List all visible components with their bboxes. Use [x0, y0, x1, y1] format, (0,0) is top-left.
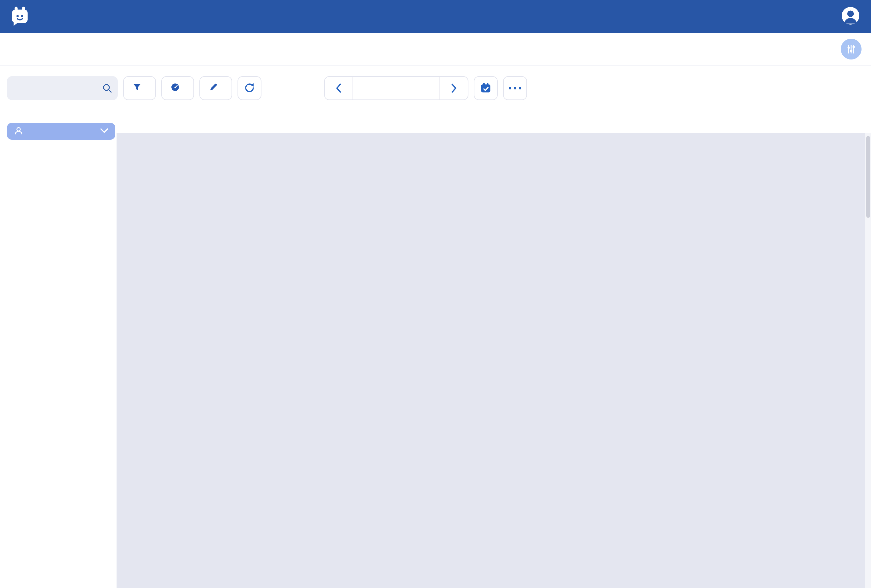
filter-funnel-icon	[133, 83, 141, 94]
staffea-logo-icon	[9, 5, 30, 27]
refresh-button[interactable]	[238, 76, 262, 100]
search-box	[7, 76, 118, 100]
calendar-check-icon	[480, 82, 491, 94]
person-icon	[14, 126, 23, 137]
gauge-icon	[171, 83, 180, 94]
data-button[interactable]	[199, 76, 232, 100]
configure-views	[832, 39, 862, 60]
user-avatar-icon[interactable]	[841, 7, 860, 26]
brand[interactable]	[9, 5, 34, 27]
grid-background	[117, 133, 871, 588]
chevron-down-icon	[100, 128, 108, 134]
next-period-button[interactable]	[440, 77, 468, 100]
date-range-label[interactable]	[353, 77, 440, 100]
counters-button[interactable]	[161, 76, 194, 100]
group-selector[interactable]	[7, 123, 115, 140]
ellipsis-icon	[509, 87, 521, 90]
planning-board	[0, 110, 871, 588]
calendar-button[interactable]	[474, 76, 498, 100]
views-bar	[0, 33, 871, 66]
nav-right	[833, 7, 860, 26]
prev-period-button[interactable]	[325, 77, 353, 100]
scrollbar-thumb[interactable]	[866, 136, 870, 218]
date-range-group	[324, 76, 468, 100]
toolbar	[0, 66, 871, 110]
configure-views-button[interactable]	[841, 39, 862, 60]
pen-icon	[209, 83, 218, 94]
search-icon[interactable]	[102, 83, 112, 94]
search-input[interactable]	[7, 76, 118, 100]
staffea-app	[0, 0, 871, 588]
filters-button[interactable]	[123, 76, 156, 100]
vertical-scrollbar[interactable]	[865, 133, 871, 588]
navbar	[0, 0, 871, 33]
refresh-icon	[244, 82, 255, 94]
more-options-button[interactable]	[503, 76, 527, 100]
